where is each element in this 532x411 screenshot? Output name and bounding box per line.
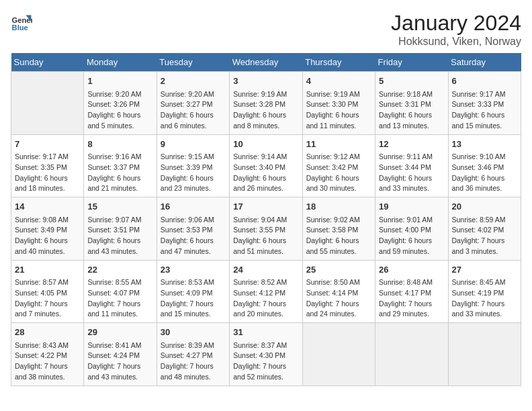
day-details: Sunrise: 8:37 AMSunset: 4:30 PMDaylight:… xyxy=(233,340,298,383)
calendar-cell: 16Sunrise: 9:06 AMSunset: 3:53 PMDayligh… xyxy=(157,197,229,261)
day-number: 4 xyxy=(306,75,371,88)
calendar-cell: 12Sunrise: 9:11 AMSunset: 3:44 PMDayligh… xyxy=(375,134,448,197)
day-details: Sunrise: 9:20 AMSunset: 3:26 PMDaylight:… xyxy=(87,89,152,132)
calendar-cell xyxy=(11,72,84,135)
calendar-cell: 15Sunrise: 9:07 AMSunset: 3:51 PMDayligh… xyxy=(84,197,157,261)
calendar-cell: 28Sunrise: 8:43 AMSunset: 4:22 PMDayligh… xyxy=(11,323,84,386)
day-details: Sunrise: 8:41 AMSunset: 4:24 PMDaylight:… xyxy=(87,340,152,383)
calendar-cell: 26Sunrise: 8:48 AMSunset: 4:17 PMDayligh… xyxy=(375,260,448,323)
calendar-cell: 2Sunrise: 9:20 AMSunset: 3:27 PMDaylight… xyxy=(157,72,229,135)
day-details: Sunrise: 9:17 AMSunset: 3:33 PMDaylight:… xyxy=(452,89,517,132)
day-number: 21 xyxy=(15,263,80,277)
day-number: 9 xyxy=(161,138,226,151)
day-number: 24 xyxy=(233,263,298,277)
day-number: 10 xyxy=(233,138,298,151)
day-details: Sunrise: 9:19 AMSunset: 3:28 PMDaylight:… xyxy=(233,89,298,132)
page-subtitle: Hokksund, Viken, Norway xyxy=(391,36,521,48)
day-number: 28 xyxy=(15,326,80,339)
calendar-cell: 24Sunrise: 8:52 AMSunset: 4:12 PMDayligh… xyxy=(230,260,302,323)
day-details: Sunrise: 8:43 AMSunset: 4:22 PMDaylight:… xyxy=(15,340,80,383)
calendar-cell: 23Sunrise: 8:53 AMSunset: 4:09 PMDayligh… xyxy=(157,260,229,323)
header-sunday: Sunday xyxy=(11,53,84,72)
day-details: Sunrise: 8:53 AMSunset: 4:09 PMDaylight:… xyxy=(161,277,226,320)
header-monday: Monday xyxy=(84,53,157,72)
calendar-cell: 14Sunrise: 9:08 AMSunset: 3:49 PMDayligh… xyxy=(11,197,84,261)
calendar-cell xyxy=(302,323,375,386)
day-details: Sunrise: 8:52 AMSunset: 4:12 PMDaylight:… xyxy=(233,277,298,320)
header-wednesday: Wednesday xyxy=(230,53,302,72)
calendar-cell: 3Sunrise: 9:19 AMSunset: 3:28 PMDaylight… xyxy=(230,72,302,135)
day-number: 19 xyxy=(379,200,444,214)
day-details: Sunrise: 9:18 AMSunset: 3:31 PMDaylight:… xyxy=(379,89,444,132)
day-number: 17 xyxy=(233,200,298,214)
day-number: 23 xyxy=(161,263,226,277)
day-details: Sunrise: 9:20 AMSunset: 3:27 PMDaylight:… xyxy=(161,89,226,132)
day-number: 2 xyxy=(161,75,226,88)
day-details: Sunrise: 9:01 AMSunset: 4:00 PMDaylight:… xyxy=(379,215,444,257)
header-thursday: Thursday xyxy=(302,53,375,72)
week-row-5: 28Sunrise: 8:43 AMSunset: 4:22 PMDayligh… xyxy=(11,323,521,386)
logo-icon: General Blue xyxy=(11,11,32,32)
calendar-cell: 13Sunrise: 9:10 AMSunset: 3:46 PMDayligh… xyxy=(448,134,521,197)
day-details: Sunrise: 9:15 AMSunset: 3:39 PMDaylight:… xyxy=(161,152,226,194)
calendar-cell xyxy=(448,323,521,386)
calendar-cell: 6Sunrise: 9:17 AMSunset: 3:33 PMDaylight… xyxy=(448,72,521,135)
day-details: Sunrise: 8:48 AMSunset: 4:17 PMDaylight:… xyxy=(379,277,444,320)
day-details: Sunrise: 9:16 AMSunset: 3:37 PMDaylight:… xyxy=(87,152,152,194)
day-details: Sunrise: 8:39 AMSunset: 4:27 PMDaylight:… xyxy=(161,340,226,383)
calendar-cell xyxy=(375,323,448,386)
day-details: Sunrise: 9:12 AMSunset: 3:42 PMDaylight:… xyxy=(306,152,371,194)
day-details: Sunrise: 8:55 AMSunset: 4:07 PMDaylight:… xyxy=(87,277,152,320)
day-details: Sunrise: 8:59 AMSunset: 4:02 PMDaylight:… xyxy=(452,215,517,257)
calendar-cell: 10Sunrise: 9:14 AMSunset: 3:40 PMDayligh… xyxy=(230,134,302,197)
day-details: Sunrise: 9:08 AMSunset: 3:49 PMDaylight:… xyxy=(15,215,80,257)
day-number: 27 xyxy=(452,263,517,277)
logo: General Blue xyxy=(11,11,32,32)
calendar-cell: 25Sunrise: 8:50 AMSunset: 4:14 PMDayligh… xyxy=(302,260,375,323)
day-number: 30 xyxy=(161,326,226,339)
day-number: 16 xyxy=(161,200,226,214)
day-details: Sunrise: 9:11 AMSunset: 3:44 PMDaylight:… xyxy=(379,152,444,194)
header-row: SundayMondayTuesdayWednesdayThursdayFrid… xyxy=(11,53,521,72)
day-number: 15 xyxy=(87,200,152,214)
day-number: 8 xyxy=(87,138,152,151)
day-number: 14 xyxy=(15,200,80,214)
day-number: 12 xyxy=(379,138,444,151)
day-details: Sunrise: 9:14 AMSunset: 3:40 PMDaylight:… xyxy=(233,152,298,194)
day-number: 13 xyxy=(452,138,517,151)
day-details: Sunrise: 9:17 AMSunset: 3:35 PMDaylight:… xyxy=(15,152,80,194)
day-details: Sunrise: 9:19 AMSunset: 3:30 PMDaylight:… xyxy=(306,89,371,132)
calendar-cell: 21Sunrise: 8:57 AMSunset: 4:05 PMDayligh… xyxy=(11,260,84,323)
day-number: 7 xyxy=(15,138,80,151)
page-title: January 2024 xyxy=(391,11,521,36)
calendar-cell: 8Sunrise: 9:16 AMSunset: 3:37 PMDaylight… xyxy=(84,134,157,197)
calendar-cell: 19Sunrise: 9:01 AMSunset: 4:00 PMDayligh… xyxy=(375,197,448,261)
day-number: 29 xyxy=(87,326,152,339)
calendar-cell: 31Sunrise: 8:37 AMSunset: 4:30 PMDayligh… xyxy=(230,323,302,386)
week-row-3: 14Sunrise: 9:08 AMSunset: 3:49 PMDayligh… xyxy=(11,197,521,261)
day-details: Sunrise: 9:07 AMSunset: 3:51 PMDaylight:… xyxy=(87,215,152,257)
header-friday: Friday xyxy=(375,53,448,72)
calendar-cell: 5Sunrise: 9:18 AMSunset: 3:31 PMDaylight… xyxy=(375,72,448,135)
day-details: Sunrise: 9:02 AMSunset: 3:58 PMDaylight:… xyxy=(306,215,371,257)
week-row-1: 1Sunrise: 9:20 AMSunset: 3:26 PMDaylight… xyxy=(11,72,521,135)
calendar-cell: 18Sunrise: 9:02 AMSunset: 3:58 PMDayligh… xyxy=(302,197,375,261)
calendar-cell: 1Sunrise: 9:20 AMSunset: 3:26 PMDaylight… xyxy=(84,72,157,135)
day-number: 1 xyxy=(87,75,152,88)
day-number: 11 xyxy=(306,138,371,151)
calendar-cell: 17Sunrise: 9:04 AMSunset: 3:55 PMDayligh… xyxy=(230,197,302,261)
day-number: 31 xyxy=(233,326,298,339)
day-details: Sunrise: 8:50 AMSunset: 4:14 PMDaylight:… xyxy=(306,277,371,320)
day-details: Sunrise: 8:45 AMSunset: 4:19 PMDaylight:… xyxy=(452,277,517,320)
calendar-table: SundayMondayTuesdayWednesdayThursdayFrid… xyxy=(11,53,521,386)
day-details: Sunrise: 8:57 AMSunset: 4:05 PMDaylight:… xyxy=(15,277,80,320)
day-number: 5 xyxy=(379,75,444,88)
calendar-cell: 27Sunrise: 8:45 AMSunset: 4:19 PMDayligh… xyxy=(448,260,521,323)
day-number: 18 xyxy=(306,200,371,214)
header-tuesday: Tuesday xyxy=(157,53,229,72)
day-details: Sunrise: 9:10 AMSunset: 3:46 PMDaylight:… xyxy=(452,152,517,194)
calendar-cell: 20Sunrise: 8:59 AMSunset: 4:02 PMDayligh… xyxy=(448,197,521,261)
page-header: General Blue January 2024 Hokksund, Vike… xyxy=(11,11,521,48)
calendar-cell: 7Sunrise: 9:17 AMSunset: 3:35 PMDaylight… xyxy=(11,134,84,197)
calendar-cell: 22Sunrise: 8:55 AMSunset: 4:07 PMDayligh… xyxy=(84,260,157,323)
